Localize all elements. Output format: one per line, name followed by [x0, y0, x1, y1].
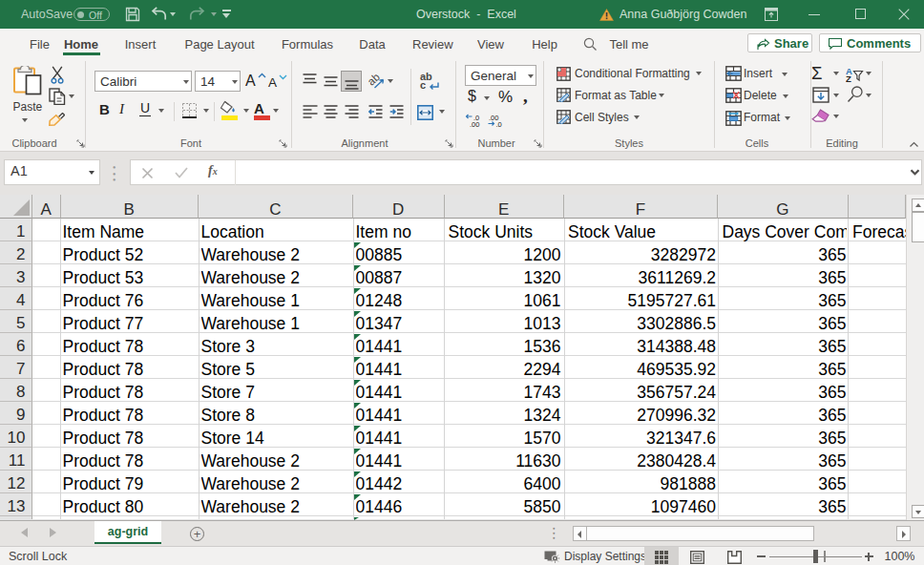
svg-text:.00: .00 — [470, 120, 479, 128]
svg-text:Z: Z — [846, 73, 851, 83]
svg-text:.0: .0 — [496, 120, 502, 128]
